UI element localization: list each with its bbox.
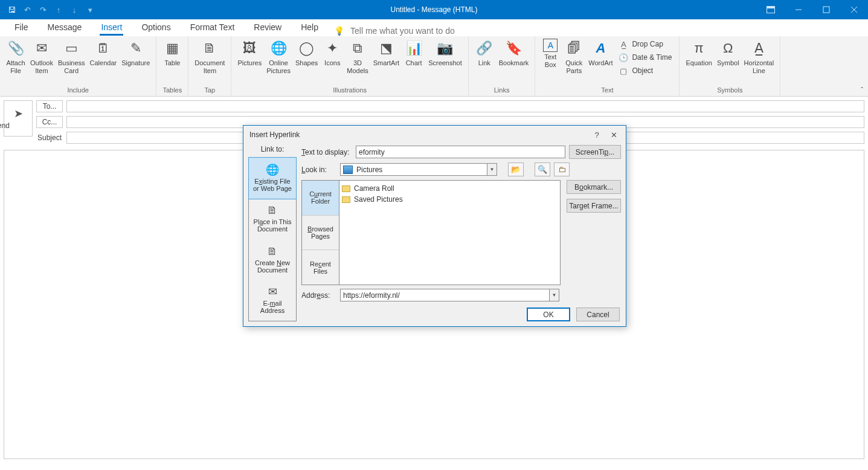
tab-file[interactable]: File <box>5 20 38 36</box>
prev-item-icon[interactable]: ↑ <box>52 3 65 16</box>
tab-review[interactable]: Review <box>244 20 291 36</box>
link-button[interactable]: 🔗Link <box>472 37 497 68</box>
table-icon: ▦ <box>162 39 182 58</box>
subject-label: Subject <box>36 132 63 144</box>
window-title: Untitled - Message (HTML) <box>390 5 477 14</box>
tell-me-placeholder: Tell me what you want to do <box>350 26 455 36</box>
tab-help[interactable]: Help <box>291 20 328 36</box>
table-button[interactable]: ▦Table <box>160 37 184 68</box>
tab-format-text[interactable]: Format Text <box>181 20 245 36</box>
redo-icon[interactable]: ↷ <box>36 3 50 16</box>
online-pictures-button[interactable]: 🌐Online Pictures <box>264 37 293 76</box>
next-item-icon[interactable]: ↓ <box>68 3 81 16</box>
3d-models-button[interactable]: ⧉3D Models <box>344 37 370 76</box>
textbox-button[interactable]: AText Box <box>539 37 562 70</box>
textbox-label: Text Box <box>544 53 556 69</box>
business-card-label: Business Card <box>58 59 85 75</box>
date-time-label: Date & Time <box>632 53 672 62</box>
compose-header: ➤ Send To... Cc... Subject <box>0 97 868 147</box>
symbol-button[interactable]: ΩSymbol <box>715 37 742 68</box>
smartart-button[interactable]: ⬔SmartArt <box>371 37 402 68</box>
drop-cap-button[interactable]: A̲Drop Cap <box>615 37 675 51</box>
signature-icon: ✎ <box>126 39 146 58</box>
ribbon: 📎Attach File ✉Outlook Item ▭Business Car… <box>0 36 868 97</box>
equation-label: Equation <box>686 59 712 67</box>
pictures-icon: 🖼 <box>240 39 259 58</box>
equation-button[interactable]: πEquation <box>683 37 714 68</box>
minimize-icon[interactable] <box>785 0 812 19</box>
shapes-button[interactable]: ◯Shapes <box>293 37 320 68</box>
document-item-button[interactable]: 🗎Document Item <box>192 37 227 76</box>
cc-input[interactable] <box>66 116 864 128</box>
signature-label: Signature <box>121 59 150 67</box>
horizontal-line-label: Horizontal Line <box>744 59 774 75</box>
screenshot-button[interactable]: 📷Screenshot <box>426 37 465 68</box>
horizontal-line-button[interactable]: A̲Horizontal Line <box>742 37 777 76</box>
group-text-label: Text <box>539 85 675 96</box>
card-icon: ▭ <box>62 39 81 58</box>
quick-parts-icon: 🗐 <box>564 39 583 58</box>
online-pictures-icon: 🌐 <box>269 39 288 58</box>
outlook-item-button[interactable]: ✉Outlook Item <box>28 37 56 76</box>
ribbon-tabs: File Message Insert Options Format Text … <box>0 19 868 36</box>
send-button[interactable]: ➤ Send <box>4 100 33 137</box>
group-include-label: Include <box>4 85 152 96</box>
pictures-button[interactable]: 🖼Pictures <box>235 37 264 68</box>
quick-parts-button[interactable]: 🗐Quick Parts <box>562 37 586 76</box>
save-icon[interactable]: 🖫 <box>5 3 18 16</box>
subject-input[interactable] <box>66 132 864 144</box>
close-icon[interactable] <box>840 0 868 19</box>
tab-options[interactable]: Options <box>132 20 180 36</box>
qat-customize-icon[interactable]: ▾ <box>83 3 97 16</box>
to-input[interactable] <box>66 100 864 112</box>
group-tap: 🗎Document Item Tap <box>188 36 231 96</box>
lightbulb-icon: 💡 <box>334 26 344 36</box>
collapse-ribbon-icon[interactable]: ˆ <box>861 86 863 95</box>
icons-button[interactable]: ✦Icons <box>320 37 344 68</box>
icons-icon: ✦ <box>323 39 342 58</box>
link-label: Link <box>478 59 490 67</box>
group-text: AText Box 🗐Quick Parts AWordArt A̲Drop C… <box>535 36 680 96</box>
group-links: 🔗Link 🔖Bookmark Links <box>469 36 536 96</box>
symbol-icon: Ω <box>718 39 738 58</box>
screenshot-label: Screenshot <box>428 59 462 67</box>
tell-me-search[interactable]: 💡 Tell me what you want to do <box>334 26 455 36</box>
object-icon: ▢ <box>619 66 628 76</box>
group-tables: ▦Table Tables <box>156 36 188 96</box>
maximize-icon[interactable] <box>812 0 840 19</box>
textbox-icon: A <box>543 39 558 52</box>
signature-button[interactable]: ✎Signature <box>119 37 152 68</box>
group-symbols-label: Symbols <box>683 85 776 96</box>
send-arrow-icon: ➤ <box>14 107 23 120</box>
3d-models-label: 3D Models <box>347 59 368 75</box>
date-time-button[interactable]: 🕒Date & Time <box>615 51 675 64</box>
to-button[interactable]: To... <box>36 100 63 112</box>
bookmark-button[interactable]: 🔖Bookmark <box>497 37 532 68</box>
attach-file-button[interactable]: 📎Attach File <box>4 37 28 76</box>
tab-message[interactable]: Message <box>38 20 92 36</box>
smartart-label: SmartArt <box>373 59 399 67</box>
calendar-button[interactable]: 🗓Calendar <box>88 37 120 68</box>
horizontal-line-icon: A̲ <box>749 39 768 58</box>
message-body[interactable] <box>4 150 864 459</box>
chart-button[interactable]: 📊Chart <box>402 37 426 68</box>
wordart-button[interactable]: AWordArt <box>586 37 615 68</box>
attach-file-label: Attach File <box>6 59 25 75</box>
group-include: 📎Attach File ✉Outlook Item ▭Business Car… <box>0 36 156 96</box>
wordart-label: WordArt <box>588 59 612 67</box>
link-icon: 🔗 <box>475 39 494 58</box>
group-illustrations: 🖼Pictures 🌐Online Pictures ◯Shapes ✦Icon… <box>231 36 468 96</box>
group-tables-label: Tables <box>160 85 184 96</box>
shapes-icon: ◯ <box>297 39 317 58</box>
group-links-label: Links <box>472 85 532 96</box>
tab-insert[interactable]: Insert <box>91 20 132 36</box>
shapes-label: Shapes <box>295 59 318 67</box>
undo-icon[interactable]: ↶ <box>21 3 34 16</box>
smartart-icon: ⬔ <box>376 39 396 58</box>
svg-rect-3 <box>823 7 829 13</box>
object-button[interactable]: ▢Object <box>615 64 675 77</box>
cc-button[interactable]: Cc... <box>36 116 63 128</box>
pictures-label: Pictures <box>237 59 262 67</box>
business-card-button[interactable]: ▭Business Card <box>56 37 88 76</box>
ribbon-display-options-icon[interactable] <box>757 0 785 19</box>
